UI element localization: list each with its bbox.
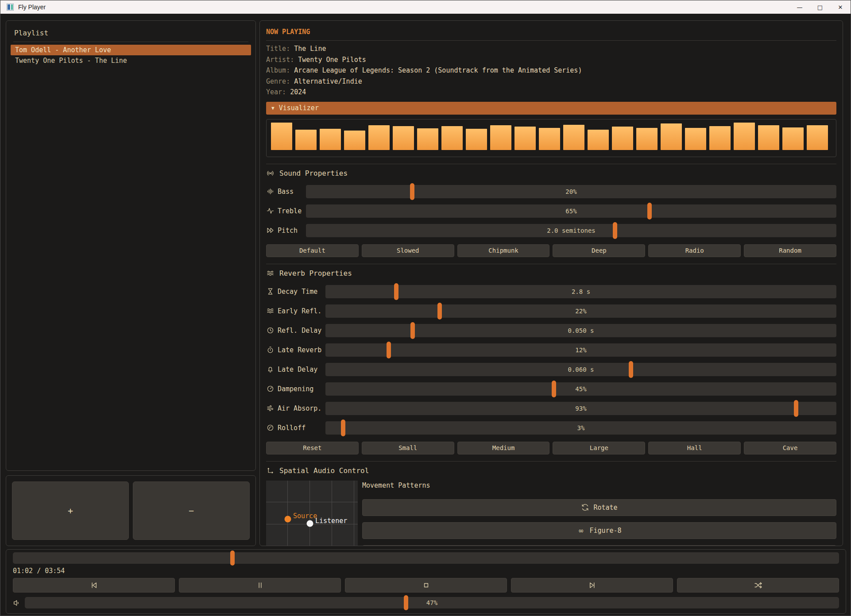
visualizer-bar [709, 126, 731, 150]
meta-label: Album: [266, 66, 294, 74]
room-presets: ResetSmallMediumLargeHallCave [266, 442, 836, 454]
listener-dot[interactable] [307, 520, 313, 527]
playlist-item[interactable]: Twenty One Pilots - The Line [11, 55, 251, 66]
hourglass-icon [266, 288, 274, 296]
pitch-slider[interactable]: 2.0 semitones [306, 224, 836, 237]
slider-handle[interactable] [410, 322, 415, 339]
slider-handle[interactable] [647, 203, 652, 219]
visualizer-bar [563, 125, 584, 150]
deep-button[interactable]: Deep [553, 244, 645, 257]
figure-8-pattern-button[interactable]: ∞Figure-8 [362, 522, 836, 539]
meta-label: Year: [266, 88, 290, 96]
visualizer-bar [734, 123, 755, 150]
divider [266, 264, 836, 264]
volume-handle[interactable] [404, 595, 408, 610]
volume-value: 47% [25, 599, 839, 606]
shuffle-button[interactable] [677, 578, 839, 593]
slider-row: Late Delay0.060 s [266, 363, 836, 376]
treble-icon [266, 207, 274, 215]
reset-button[interactable]: Reset [266, 442, 359, 454]
slider-handle[interactable] [552, 381, 556, 397]
volume-slider[interactable]: 47% [25, 597, 839, 608]
spatial-audio-header: Spatial Audio Control [266, 466, 836, 476]
slider-label: Late Reverb [278, 346, 322, 354]
slider-handle[interactable] [629, 361, 633, 378]
remove-track-button[interactable]: − [133, 481, 250, 540]
decay-time-slider[interactable]: 2.8 s [325, 285, 836, 298]
visualizer-bar [685, 128, 706, 150]
visualizer-bar [807, 125, 828, 150]
rolloff-slider[interactable]: 3% [325, 421, 836, 435]
visualizer-bar [514, 127, 536, 150]
pattern-label: Rotate [593, 504, 617, 512]
visualizer-bar [612, 127, 633, 150]
next-button[interactable] [511, 578, 673, 593]
slider-row: Refl. Delay0.050 s [266, 324, 836, 337]
volume-row: 47% [13, 597, 839, 608]
seek-handle[interactable] [230, 551, 235, 566]
visualizer-toggle[interactable]: ▼ Visualizer [266, 102, 836, 115]
slider-label: Treble [278, 207, 302, 215]
infinity-icon: ∞ [577, 527, 585, 535]
window-controls: — □ ✕ [789, 0, 851, 14]
visualizer-bar [466, 129, 487, 150]
slowed-button[interactable]: Slowed [362, 244, 454, 257]
divider [13, 42, 248, 42]
rolloff-icon [266, 424, 274, 432]
large-button[interactable]: Large [553, 442, 645, 454]
air-absorp-slider[interactable]: 93% [325, 402, 836, 415]
minimize-button[interactable]: — [789, 0, 810, 14]
medium-button[interactable]: Medium [457, 442, 550, 454]
source-dot[interactable] [285, 516, 291, 522]
random-button[interactable]: Random [744, 244, 836, 257]
slider-value: 22% [325, 308, 836, 315]
movement-patterns-header: Movement Patterns [362, 481, 836, 489]
slider-label: Late Delay [278, 366, 322, 373]
radio-button[interactable]: Radio [648, 244, 741, 257]
seek-bar[interactable] [13, 552, 839, 564]
treble-slider[interactable]: 65% [306, 204, 836, 218]
late-reverb-slider[interactable]: 12% [325, 343, 836, 357]
slider-value: 0.060 s [325, 366, 836, 373]
slider-handle[interactable] [794, 400, 798, 417]
close-button[interactable]: ✕ [830, 0, 851, 14]
chipmunk-button[interactable]: Chipmunk [457, 244, 550, 257]
previous-button[interactable] [13, 578, 175, 593]
default-button[interactable]: Default [266, 244, 359, 257]
visualizer-bar [320, 129, 341, 150]
slider-label: Early Refl. [278, 307, 322, 315]
playlist-item[interactable]: Tom Odell - Another Love [11, 45, 251, 55]
slider-handle[interactable] [394, 283, 398, 300]
slider-row: Early Refl.22% [266, 304, 836, 318]
reset-pattern-button[interactable]: Reset [362, 545, 836, 547]
axes-3d-icon [266, 467, 274, 475]
early-refl-slider[interactable]: 22% [325, 304, 836, 318]
slider-label: Rolloff [278, 424, 322, 432]
track-metadata: Title: The Line Artist: Twenty One Pilot… [266, 43, 836, 98]
maximize-button[interactable]: □ [810, 0, 830, 14]
slider-row: Treble65% [266, 204, 836, 218]
hall-button[interactable]: Hall [648, 442, 741, 454]
slider-handle[interactable] [387, 342, 391, 358]
bass-slider[interactable]: 20% [306, 185, 836, 198]
late-delay-slider[interactable]: 0.060 s [325, 363, 836, 376]
bass-icon [266, 188, 274, 196]
rotate-pattern-button[interactable]: Rotate [362, 499, 836, 516]
slider-handle[interactable] [410, 183, 414, 200]
small-button[interactable]: Small [362, 442, 454, 454]
slider-row: Dampening45% [266, 382, 836, 396]
movement-patterns: Movement Patterns Rotate∞Figure-8Reset [358, 481, 836, 547]
cave-button[interactable]: Cave [744, 442, 836, 454]
slider-handle[interactable] [437, 303, 442, 320]
pause-button[interactable] [179, 578, 341, 593]
dampening-slider[interactable]: 45% [325, 382, 836, 396]
slider-row: Air Absorp.93% [266, 402, 836, 415]
slider-handle[interactable] [613, 222, 617, 239]
time-display: 01:02 / 03:54 [13, 567, 839, 575]
slider-value: 3% [325, 424, 836, 431]
add-track-button[interactable]: + [12, 481, 129, 540]
slider-handle[interactable] [341, 420, 345, 436]
stop-button[interactable] [345, 578, 507, 593]
refl-delay-slider[interactable]: 0.050 s [325, 324, 836, 337]
spatial-position-grid[interactable]: Source Listener [266, 481, 358, 547]
